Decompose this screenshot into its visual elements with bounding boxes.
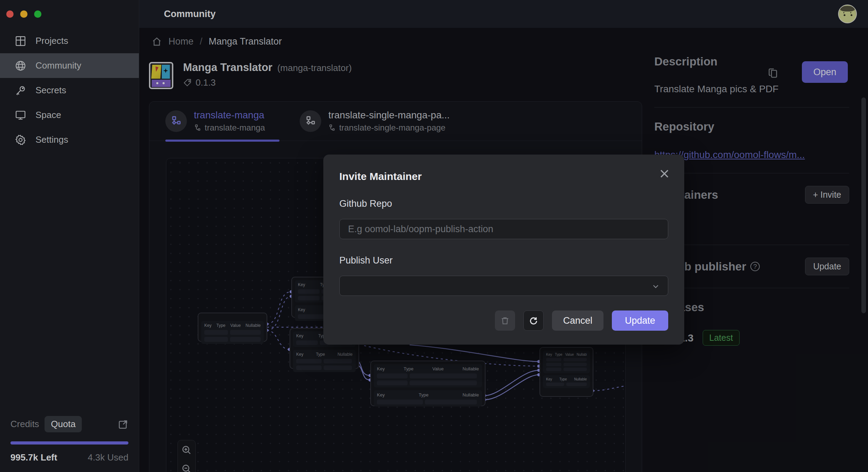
close-icon[interactable] [658, 168, 670, 180]
github-repo-label: Github Repo [339, 198, 668, 209]
publish-user-select[interactable] [339, 276, 668, 296]
github-repo-input[interactable] [339, 219, 668, 239]
update-button[interactable]: Update [612, 310, 668, 331]
app-window: Projects Community Secrets Space Setting… [0, 0, 868, 472]
invite-maintainer-dialog: Invite Maintainer Github Repo Publish Us… [323, 155, 684, 345]
publish-user-label: Publish User [339, 255, 668, 266]
delete-button[interactable] [495, 310, 515, 331]
cancel-button[interactable]: Cancel [552, 310, 603, 331]
chevron-down-icon [651, 282, 660, 291]
refresh-button[interactable] [523, 310, 544, 331]
refresh-icon [529, 316, 538, 325]
trash-icon [500, 316, 510, 325]
dialog-title: Invite Maintainer [339, 171, 668, 182]
